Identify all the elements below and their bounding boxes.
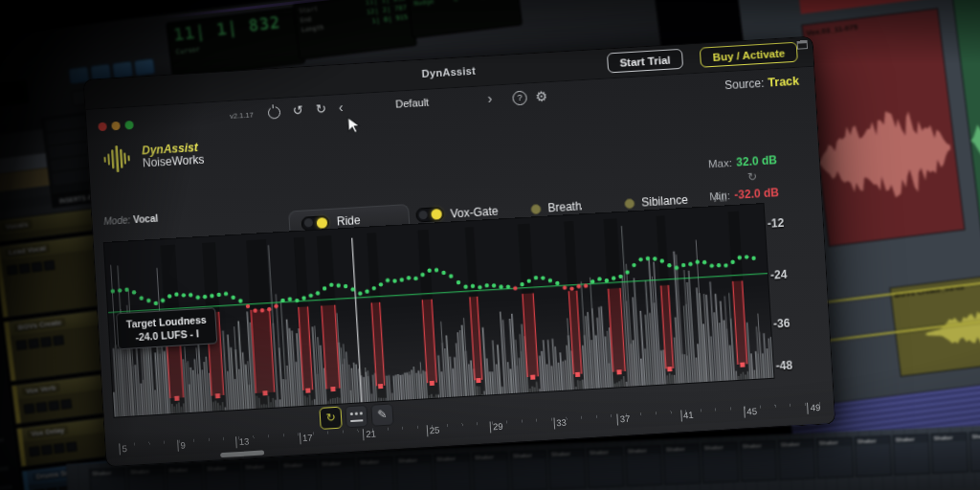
clip-label: Shaker (281, 460, 316, 470)
window-options-icon[interactable] (797, 40, 809, 50)
clip-bgvs[interactable]: BGVs Create_03-02 (889, 253, 980, 377)
version-label: v2.1.17 (230, 111, 254, 121)
dynassist-plugin-window: DynAssist Start Trial Buy / Activate v2.… (83, 36, 836, 468)
selection-display: Start11| 1| 832 End12| 2| 787 Length1| 0… (293, 0, 417, 60)
ruler-number: 17 (300, 432, 313, 444)
mouse-cursor (346, 116, 361, 136)
next-preset-icon[interactable]: › (487, 91, 493, 106)
track-list-item[interactable] (0, 482, 17, 490)
auto-refresh-button[interactable]: ↻ (319, 407, 342, 430)
transport-controls[interactable]: ↻ ▮◀ ◀◀ ▶▶ ▶▮ (512, 0, 679, 5)
max-min-readout: Max: 32.0 dB ↻ Min: -32.0 dB (707, 150, 780, 204)
ruler-number: 25 (426, 425, 439, 437)
source-value: Track (768, 75, 799, 90)
help-icon[interactable]: ? (512, 91, 527, 106)
shaker-clip[interactable]: Shaker (702, 442, 740, 484)
shaker-clip[interactable]: Shaker (357, 457, 395, 490)
track-name: Vocals (1, 219, 32, 232)
preset-name[interactable]: Default (368, 95, 456, 111)
clip-label: Vox.03_11-075 (806, 23, 858, 38)
shaker-clip[interactable]: Shaker (548, 448, 587, 490)
track-mini-button[interactable] (43, 260, 55, 271)
edit-pencil-button[interactable]: ✎ (370, 403, 393, 426)
clip-label: Shaker (741, 441, 775, 451)
brand-company: NoiseWorks (143, 154, 205, 170)
track-mini-button[interactable] (19, 263, 31, 274)
track-mini-button[interactable] (41, 444, 53, 455)
track-mini-button[interactable] (35, 402, 47, 412)
track-mini-button[interactable] (53, 335, 64, 345)
shaker-clip[interactable]: Shaker (778, 438, 816, 480)
shaker-clip[interactable]: Shaker (280, 459, 319, 490)
power-bypass-icon[interactable] (268, 106, 281, 120)
track-mini-button[interactable] (48, 400, 59, 411)
shaker-clip[interactable]: Shaker (892, 434, 930, 476)
source-label: Source: (724, 77, 765, 92)
start-trial-button[interactable]: Start Trial (607, 49, 683, 74)
shaker-clip[interactable]: Shaker (319, 457, 357, 490)
shaker-clip[interactable]: Shaker (434, 453, 472, 490)
redo-icon[interactable]: ↻ (315, 101, 326, 118)
track-mini-button[interactable] (28, 338, 39, 348)
track-mini-button[interactable] (32, 261, 43, 272)
track-mini-button[interactable] (24, 403, 35, 413)
track-mini-button[interactable] (60, 399, 72, 410)
noiseworks-logo-icon (101, 144, 136, 174)
ruler-number: 33 (553, 417, 567, 430)
mini-counter-display (0, 80, 29, 110)
track-mini-button[interactable] (29, 446, 40, 457)
shaker-clip[interactable]: Shaker (740, 440, 778, 482)
clip-label: Shaker (167, 465, 201, 475)
ruler-number: 13 (235, 435, 249, 448)
track-mini-button[interactable] (66, 441, 78, 452)
grid-nudge-display: ♪0| 0| 240 Nudge♫0| 0| 160 (406, 0, 523, 38)
breath-indicator-icon (530, 203, 542, 214)
scrollbar-handle[interactable] (220, 450, 264, 457)
prev-preset-icon[interactable]: ‹ (338, 100, 344, 115)
selection-mode-button[interactable] (345, 405, 368, 428)
buy-activate-button[interactable]: Buy / Activate (700, 42, 798, 68)
shaker-clip[interactable]: Shaker (242, 461, 280, 490)
shaker-clip[interactable]: Shaker (204, 462, 242, 490)
clip-label: Shaker (856, 436, 890, 446)
ruler-number: 21 (363, 429, 376, 441)
source-row[interactable]: Source:Track (724, 75, 800, 93)
target-loudness-tooltip: Target Loudness -24.0 LUFS - I (116, 307, 217, 349)
db-scale-label: -36 (773, 317, 791, 331)
clip-label: Shaker (894, 434, 928, 444)
shaker-clip[interactable]: Shaker (930, 433, 969, 475)
brand-block: DynAssist NoiseWorks (101, 140, 205, 174)
minimize-icon[interactable] (111, 122, 121, 131)
track-mini-button[interactable] (15, 340, 27, 350)
shaker-clip[interactable]: Shaker (855, 435, 893, 478)
shaker-clip[interactable]: Shaker (625, 445, 663, 487)
clip-label: Shaker (243, 462, 278, 472)
notes-icon: ♫ (453, 0, 458, 5)
shaker-clip[interactable]: Shaker (663, 443, 702, 485)
shaker-clip[interactable]: Shaker (510, 450, 548, 490)
shaker-clip[interactable]: Shaker (816, 437, 855, 479)
grab-tool-icon[interactable] (134, 57, 156, 76)
clip-label: Shaker (969, 432, 980, 441)
shaker-clip[interactable]: Shaker (472, 452, 510, 490)
gear-icon[interactable]: ⚙ (535, 88, 547, 104)
window-traffic-lights[interactable] (98, 116, 139, 135)
ruler-number: 5 (119, 443, 127, 455)
track-mini-button[interactable] (54, 443, 65, 454)
shaker-clip[interactable]: Shaker (395, 455, 434, 490)
zoom-icon[interactable] (124, 121, 134, 130)
shaker-clip[interactable]: Shaker (89, 467, 127, 490)
breath-label: Breath (547, 199, 582, 214)
shaker-clip[interactable]: Shaker (166, 464, 204, 490)
vox-gate-toggle[interactable] (415, 207, 444, 223)
track-mini-button[interactable] (40, 337, 52, 347)
close-icon[interactable] (98, 122, 107, 132)
vox-gate-label: Vox-Gate (450, 204, 499, 220)
undo-icon[interactable]: ↺ (293, 102, 304, 119)
shaker-clip[interactable]: Shaker (127, 466, 166, 490)
shaker-clip[interactable]: Shaker (587, 447, 625, 489)
track-mini-button[interactable] (7, 265, 18, 276)
shaker-clip[interactable]: Shaker (969, 431, 980, 473)
ride-label: Ride (336, 213, 360, 228)
clip-vox-red[interactable]: Vox.03_11-075 (801, 8, 965, 247)
